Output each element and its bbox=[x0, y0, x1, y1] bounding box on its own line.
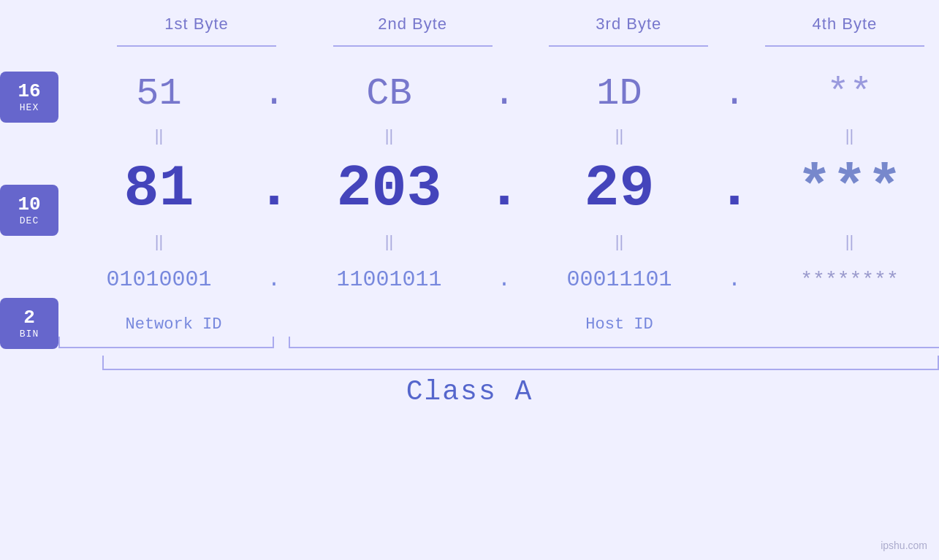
hex-dot3-cell: . bbox=[720, 72, 749, 115]
eq2-b3: || bbox=[519, 232, 720, 251]
bin-b1-value: 01010001 bbox=[106, 267, 211, 292]
dec-dot3: . bbox=[717, 156, 752, 222]
dec-b2-value: 203 bbox=[336, 156, 441, 222]
eq1-b2: || bbox=[289, 126, 490, 145]
hex-b4-value: ** bbox=[826, 72, 872, 115]
eq1-b4: || bbox=[749, 126, 939, 145]
dec-row: 81 . 203 . 29 . *** bbox=[58, 148, 939, 229]
hex-b2-value: CB bbox=[366, 72, 411, 115]
bin-b4-value: ******** bbox=[800, 269, 898, 291]
eq1-b1: || bbox=[58, 126, 259, 145]
bin-dot1-cell: . bbox=[259, 267, 289, 292]
bin-b4-cell: ******** bbox=[749, 269, 939, 291]
bin-dot3: . bbox=[728, 267, 741, 292]
hex-b4-cell: ** bbox=[749, 72, 939, 115]
bin-b1-cell: 01010001 bbox=[58, 267, 259, 292]
byte2-header: 2nd Byte bbox=[319, 15, 507, 34]
bracket-line-b3 bbox=[549, 45, 708, 47]
byte1-header: 1st Byte bbox=[102, 15, 291, 34]
dec-dot3-cell: . bbox=[720, 156, 749, 222]
dec-dot1: . bbox=[256, 156, 292, 222]
eq2-b4: || bbox=[749, 232, 939, 251]
bracket-b1 bbox=[102, 39, 291, 51]
bracket-b2 bbox=[319, 39, 507, 51]
hex-dot1: . bbox=[262, 72, 285, 115]
watermark: ipshu.com bbox=[881, 540, 927, 551]
hex-dot1-cell: . bbox=[259, 72, 289, 115]
host-bracket bbox=[289, 337, 939, 348]
eq2-b2: || bbox=[289, 232, 490, 251]
dec-dot2-cell: . bbox=[490, 156, 519, 222]
equals-row-2: || || || || bbox=[58, 229, 939, 254]
class-label: Class A bbox=[406, 376, 533, 407]
hex-dot2: . bbox=[493, 72, 515, 115]
equals-row-1: || || || || bbox=[58, 123, 939, 148]
dec-b2-cell: 203 bbox=[289, 156, 490, 222]
dec-b1-cell: 81 bbox=[58, 156, 259, 222]
bracket-line-b4 bbox=[765, 45, 924, 47]
bracket-b4 bbox=[750, 39, 939, 51]
dec-dot1-cell: . bbox=[259, 156, 289, 222]
dec-b4-value: *** bbox=[797, 156, 902, 222]
hex-badge: 16 HEX bbox=[0, 72, 58, 123]
hex-number: 16 bbox=[18, 81, 40, 102]
dec-badge: 10 DEC bbox=[0, 185, 58, 236]
bracket-b3 bbox=[534, 39, 723, 51]
bin-dot2-cell: . bbox=[490, 267, 519, 292]
byte-headers-row: 1st Byte 2nd Byte 3rd Byte 4th Byte bbox=[0, 15, 939, 34]
id-labels-row: Network ID Host ID bbox=[58, 315, 939, 334]
bin-b3-cell: 00011101 bbox=[519, 267, 720, 292]
hex-row: 51 . CB . 1D . ** bbox=[58, 64, 939, 123]
hex-label: HEX bbox=[20, 102, 39, 113]
hex-dot3: . bbox=[723, 72, 745, 115]
full-bottom-bracket bbox=[102, 356, 939, 370]
dec-b3-cell: 29 bbox=[519, 156, 720, 222]
dec-number: 10 bbox=[18, 194, 40, 215]
hex-dot2-cell: . bbox=[490, 72, 519, 115]
host-id-label: Host ID bbox=[289, 315, 939, 334]
bin-label: BIN bbox=[20, 329, 39, 340]
eq2-b1: || bbox=[58, 232, 259, 251]
content-area: 16 HEX 10 DEC 2 BIN 51 . bbox=[0, 64, 939, 351]
network-bracket bbox=[58, 337, 274, 348]
data-column: 51 . CB . 1D . ** bbox=[58, 64, 939, 351]
bracket-line-b1 bbox=[117, 45, 276, 47]
hex-b2-cell: CB bbox=[289, 72, 490, 115]
network-id-label: Network ID bbox=[58, 315, 289, 334]
bin-b3-value: 00011101 bbox=[566, 267, 672, 292]
bin-badge: 2 BIN bbox=[0, 298, 58, 349]
bin-dot1: . bbox=[267, 267, 281, 292]
eq1-b3: || bbox=[519, 126, 720, 145]
bin-b2-value: 11001011 bbox=[336, 267, 441, 292]
byte3-header: 3rd Byte bbox=[534, 15, 723, 34]
dec-b4-cell: *** bbox=[749, 156, 939, 222]
hex-b1-value: 51 bbox=[136, 72, 181, 115]
dec-b3-value: 29 bbox=[584, 156, 654, 222]
bin-row: 01010001 . 11001011 . 00011101 . bbox=[58, 254, 939, 305]
class-row: Class A bbox=[0, 376, 939, 407]
bracket-line-b2 bbox=[333, 45, 493, 47]
main-container: 1st Byte 2nd Byte 3rd Byte 4th Byte 16 bbox=[0, 0, 939, 560]
dec-b1-value: 81 bbox=[123, 156, 194, 222]
hex-b1-cell: 51 bbox=[58, 72, 259, 115]
bin-dot3-cell: . bbox=[720, 267, 749, 292]
dec-label: DEC bbox=[20, 215, 39, 226]
label-column: 16 HEX 10 DEC 2 BIN bbox=[0, 64, 58, 349]
hex-b3-cell: 1D bbox=[519, 72, 720, 115]
hex-b3-value: 1D bbox=[596, 72, 642, 115]
dec-dot2: . bbox=[487, 156, 522, 222]
bin-number: 2 bbox=[23, 307, 35, 329]
top-brackets-row bbox=[0, 39, 939, 51]
bottom-brackets bbox=[58, 337, 939, 351]
bin-b2-cell: 11001011 bbox=[289, 267, 490, 292]
bin-dot2: . bbox=[498, 267, 511, 292]
byte4-header: 4th Byte bbox=[750, 15, 939, 34]
